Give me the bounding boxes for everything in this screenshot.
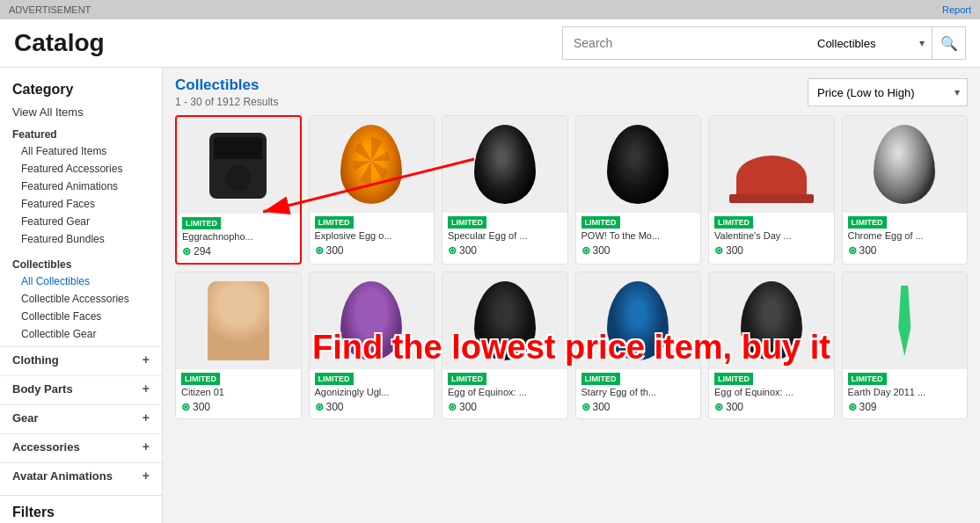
robux-icon-11: ⊛: [714, 401, 723, 413]
avatar-animations-label: Avatar Animations: [12, 469, 113, 483]
item-card-citizen[interactable]: LIMITED Citizen 01 ⊛ 300: [175, 272, 302, 419]
sidebar-item-featured-bundles[interactable]: Featured Bundles: [0, 230, 162, 248]
sort-wrapper: Price (Low to High) Price (High to Low) …: [808, 78, 968, 106]
price-value-12: 309: [859, 401, 877, 413]
item-card-explosive-egg[interactable]: LIMITED Explosive Egg o... ⊛ 300: [309, 115, 435, 265]
sidebar-item-accessories[interactable]: Accessories +: [0, 433, 162, 459]
limited-badge-10: LIMITED: [576, 369, 701, 387]
robux-icon-12: ⊛: [848, 401, 857, 413]
item-image-5: [709, 116, 834, 213]
item-price-9: ⊛ 300: [442, 399, 567, 418]
limited-badge-8: LIMITED: [310, 369, 435, 387]
category-select-wrapper: Collectibles All Categories Featured Clo…: [808, 26, 932, 60]
filters-label: Filters: [0, 495, 162, 523]
plus-icon-gear: +: [143, 410, 150, 425]
limited-badge-2: LIMITED: [310, 213, 435, 230]
sidebar-item-clothing[interactable]: Clothing +: [0, 346, 162, 372]
sidebar-item-featured-accessories[interactable]: Featured Accessories: [0, 160, 162, 178]
sidebar-item-all-featured[interactable]: All Featured Items: [0, 142, 162, 160]
equinox2-image: [741, 281, 802, 360]
item-card-egg-equinox1[interactable]: LIMITED Egg of Equinox: ... ⊛ 300: [442, 272, 568, 419]
item-card-chrome-egg[interactable]: LIMITED Chrome Egg of ... ⊛ 300: [842, 115, 969, 265]
item-card-eggrachnopho[interactable]: LIMITED Eggrachnopho... ⊛ 294: [175, 115, 302, 265]
sidebar: Category View All Items Featured All Fea…: [0, 68, 163, 523]
item-image-8: [310, 272, 435, 369]
ugly-egg-image: [340, 281, 402, 360]
item-image-11: [709, 272, 834, 369]
category-select[interactable]: Collectibles All Categories Featured Clo…: [808, 27, 932, 59]
robux-icon-2: ⊛: [315, 244, 324, 257]
item-price-2: ⊛ 300: [310, 243, 435, 262]
plus-icon-animations: +: [143, 469, 150, 483]
limited-badge-12: LIMITED: [843, 369, 968, 387]
item-image-7: [176, 272, 301, 369]
limited-badge-1: LIMITED: [177, 214, 300, 231]
search-input[interactable]: [562, 26, 808, 60]
sidebar-item-view-all[interactable]: View All Items: [0, 101, 162, 123]
sidebar-item-featured-gear[interactable]: Featured Gear: [0, 213, 162, 230]
content-title: Collectibles: [175, 76, 278, 94]
clothing-label: Clothing: [12, 353, 59, 367]
price-value-1: 294: [194, 245, 211, 258]
item-price-4: ⊛ 300: [576, 243, 701, 262]
sidebar-item-all-collectibles[interactable]: All Collectibles: [0, 272, 162, 290]
sidebar-item-gear[interactable]: Gear +: [0, 404, 162, 430]
price-value-6: 300: [859, 244, 877, 257]
item-name-10: Starry Egg of th...: [576, 387, 701, 399]
sidebar-item-collectible-gear[interactable]: Collectible Gear: [0, 325, 162, 343]
item-price-7: ⊛ 300: [176, 399, 301, 418]
sidebar-item-collectible-accessories[interactable]: Collectible Accessories: [0, 290, 162, 308]
item-name-7: Citizen 01: [176, 387, 301, 399]
robux-icon-10: ⊛: [581, 401, 590, 413]
equinox1-image: [474, 281, 536, 360]
item-card-egg-equinox2[interactable]: LIMITED Egg of Equinox: ... ⊛ 300: [708, 272, 835, 419]
item-image-1: [177, 117, 300, 214]
robux-icon-1: ⊛: [182, 245, 191, 258]
item-name-9: Egg of Equinox: ...: [442, 387, 567, 399]
robux-icon-7: ⊛: [181, 401, 190, 413]
item-name-8: Agonizingly Ugl...: [310, 387, 435, 399]
item-card-agonizingly[interactable]: LIMITED Agonizingly Ugl... ⊛ 300: [309, 272, 435, 419]
item-image-9: [442, 272, 567, 369]
item-card-specular-egg[interactable]: LIMITED Specular Egg of ... ⊛ 300: [442, 115, 568, 265]
sort-select[interactable]: Price (Low to High) Price (High to Low) …: [808, 79, 967, 105]
price-value-7: 300: [193, 401, 210, 413]
item-price-11: ⊛ 300: [709, 399, 834, 418]
black-egg-image: [474, 125, 536, 204]
price-value-3: 300: [459, 244, 477, 257]
tie-image: [896, 286, 913, 356]
report-link[interactable]: Report: [942, 4, 971, 15]
page-title: Catalog: [14, 29, 105, 57]
limited-badge-5: LIMITED: [709, 213, 834, 230]
item-name-12: Earth Day 2011 ...: [843, 387, 968, 399]
items-grid-wrapper: LIMITED Eggrachnopho... ⊛ 294 LIMITED Ex…: [175, 115, 968, 419]
featured-label: Featured: [0, 123, 162, 142]
item-name-1: Eggrachnopho...: [177, 231, 300, 243]
item-image-3: [442, 116, 567, 213]
sidebar-item-featured-animations[interactable]: Featured Animations: [0, 178, 162, 195]
sidebar-item-avatar-animations[interactable]: Avatar Animations +: [0, 462, 162, 488]
sidebar-item-featured-faces[interactable]: Featured Faces: [0, 195, 162, 213]
gear-label: Gear: [12, 411, 39, 425]
sidebar-item-collectible-faces[interactable]: Collectible Faces: [0, 308, 162, 325]
item-card-valentines[interactable]: LIMITED Valentine's Day ... ⊛ 300: [708, 115, 835, 265]
backpack-image: [209, 133, 267, 199]
sidebar-item-body-parts[interactable]: Body Parts +: [0, 375, 162, 401]
item-name-5: Valentine's Day ...: [709, 230, 834, 243]
item-image-10: [576, 272, 701, 369]
item-card-earth-day[interactable]: LIMITED Earth Day 2011 ... ⊛ 309: [842, 272, 969, 419]
item-image-2: [310, 116, 435, 213]
search-icon: 🔍: [940, 35, 958, 52]
plus-icon-accessories: +: [143, 439, 150, 454]
search-button[interactable]: 🔍: [932, 26, 966, 60]
item-price-8: ⊛ 300: [310, 399, 435, 418]
content-area: Collectibles 1 - 30 of 1912 Results Pric…: [163, 68, 980, 523]
item-name-4: POW! To the Mo...: [576, 230, 701, 243]
item-name-3: Specular Egg of ...: [442, 230, 567, 243]
robux-icon-8: ⊛: [315, 401, 324, 413]
limited-badge-11: LIMITED: [709, 369, 834, 387]
item-card-starry-egg[interactable]: LIMITED Starry Egg of th... ⊛ 300: [575, 272, 702, 419]
limited-badge-3: LIMITED: [442, 213, 567, 230]
robux-icon-4: ⊛: [581, 244, 590, 257]
item-card-pow[interactable]: LIMITED POW! To the Mo... ⊛ 300: [575, 115, 702, 265]
